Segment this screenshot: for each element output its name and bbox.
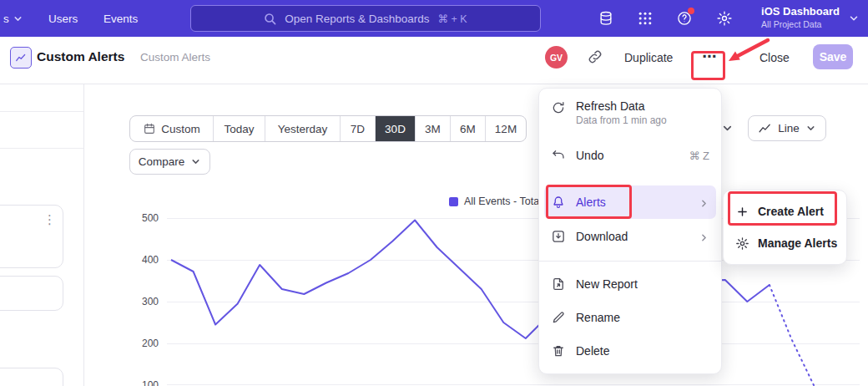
range-custom[interactable]: Custom: [130, 116, 214, 141]
kebab-menu-icon[interactable]: ⋮: [43, 212, 56, 227]
legend-label: All Events - Total: [464, 196, 542, 207]
y-axis-tick: 500: [132, 211, 159, 225]
chevron-down-icon: [805, 123, 816, 134]
submenu-item-label: Create Alert: [758, 205, 824, 218]
pencil-icon: [551, 310, 566, 325]
menu-item-label: Alerts: [576, 196, 606, 209]
chevron-right-icon: [699, 197, 709, 208]
more-options-button[interactable]: ⋯: [699, 45, 720, 67]
range-6m[interactable]: 6M: [451, 116, 486, 141]
range-12m[interactable]: 12M: [486, 116, 526, 141]
menu-item-rename[interactable]: Rename: [539, 301, 721, 334]
compare-label: Compare: [139, 155, 185, 168]
apps-grid-icon[interactable]: [637, 10, 654, 27]
gear-icon: [735, 236, 749, 251]
menu-item-label: Rename: [576, 311, 620, 324]
menu-item-alerts[interactable]: Alerts: [544, 185, 716, 219]
y-axis-tick: 300: [132, 295, 159, 308]
search-bar[interactable]: Open Reports & Dashboards ⌘ + K: [190, 5, 541, 32]
search-placeholder: Open Reports & Dashboards: [285, 13, 429, 25]
trash-icon: [551, 343, 566, 358]
nav-item-partial[interactable]: s: [3, 0, 23, 37]
new-report-icon: [551, 277, 566, 292]
legend-swatch: [449, 197, 458, 206]
nav-item-events[interactable]: Events: [103, 0, 138, 37]
sidebar-card[interactable]: [0, 276, 63, 311]
sidebar-divider: [0, 148, 83, 149]
avatar[interactable]: GV: [545, 46, 568, 69]
top-navbar: s Users Events Open Reports & Dashboards…: [0, 0, 868, 37]
range-7d[interactable]: 7D: [341, 116, 376, 141]
chevron-right-icon: [699, 231, 709, 242]
menu-item-shortcut: ⌘ Z: [689, 150, 709, 162]
sidebar: ⋮: [0, 84, 84, 386]
sidebar-divider: [0, 111, 83, 112]
range-3m[interactable]: 3M: [416, 116, 451, 141]
menu-divider: [539, 261, 721, 262]
submenu-item-create-alert[interactable]: Create Alert: [724, 196, 846, 227]
search-shortcut: ⌘ + K: [438, 13, 467, 25]
context-menu: Refresh Data Data from 1 min ago Undo ⌘ …: [538, 88, 722, 374]
project-switcher[interactable]: iOS Dashboard All Project Data: [761, 4, 840, 30]
notification-dot: [688, 8, 694, 14]
menu-item-delete[interactable]: Delete: [539, 334, 721, 368]
duplicate-button[interactable]: Duplicate: [624, 48, 673, 68]
submenu-item-manage-alerts[interactable]: Manage Alerts: [724, 227, 846, 259]
range-yesterday[interactable]: Yesterday: [265, 116, 341, 141]
menu-item-label: Undo: [576, 149, 603, 162]
report-header: Custom Alerts Custom Alerts GV Duplicate…: [0, 37, 868, 84]
save-button[interactable]: Save: [813, 44, 853, 69]
chart-type-button[interactable]: Line: [748, 115, 826, 141]
range-30d-selected[interactable]: 30D: [376, 116, 416, 141]
project-subtitle: All Project Data: [761, 18, 821, 30]
chart-legend: All Events - Total: [449, 196, 542, 207]
menu-item-label: New Report: [576, 277, 638, 291]
range-today[interactable]: Today: [214, 116, 265, 141]
project-name: iOS Dashboard: [761, 4, 840, 18]
chevron-down-icon: [190, 156, 201, 167]
menu-item-label: Delete: [576, 344, 609, 358]
app-screen: 500 400 300 200 100 All Events - Total ⋮…: [0, 0, 868, 386]
y-axis-tick: 100: [132, 378, 159, 386]
calendar-icon: [143, 122, 156, 135]
chevron-down-icon: [13, 13, 23, 24]
undo-icon: [551, 148, 566, 163]
menu-item-download[interactable]: Download: [539, 220, 721, 253]
plus-icon: [735, 205, 749, 219]
menu-item-label: Download: [576, 230, 628, 243]
sidebar-card[interactable]: [0, 368, 63, 386]
sidebar-card[interactable]: ⋮: [0, 205, 63, 268]
menu-item-label: Refresh Data: [576, 99, 667, 113]
menu-item-undo[interactable]: Undo ⌘ Z: [539, 139, 721, 172]
menu-item-sublabel: Data from 1 min ago: [576, 114, 667, 126]
date-range-control: Custom Today Yesterday 7D 30D 3M 6M 12M: [129, 115, 527, 142]
chart-type-label: Line: [778, 122, 800, 135]
line-chart-icon: [758, 121, 772, 135]
close-button[interactable]: Close: [760, 48, 790, 68]
chevron-down-icon[interactable]: [848, 13, 860, 24]
breadcrumb: Custom Alerts: [140, 48, 210, 68]
report-chart-icon: [10, 47, 32, 69]
download-icon: [551, 229, 566, 244]
alerts-submenu: Create Alert Manage Alerts: [723, 190, 847, 265]
y-axis-tick: 200: [132, 337, 159, 350]
menu-item-new-report[interactable]: New Report: [539, 267, 721, 301]
link-icon[interactable]: [587, 48, 603, 65]
bell-icon: [551, 195, 566, 210]
search-icon: [264, 13, 276, 25]
page-title: Custom Alerts: [37, 46, 124, 68]
submenu-item-label: Manage Alerts: [758, 236, 837, 250]
refresh-icon: [551, 100, 566, 115]
y-axis-tick: 400: [132, 253, 159, 267]
chevron-down-icon[interactable]: [721, 122, 734, 135]
range-label: Custom: [161, 123, 200, 135]
data-management-icon[interactable]: [598, 10, 614, 27]
nav-item-users[interactable]: Users: [48, 0, 78, 37]
menu-item-refresh-data[interactable]: Refresh Data Data from 1 min ago: [539, 92, 721, 135]
gear-icon[interactable]: [716, 10, 733, 27]
compare-button[interactable]: Compare: [129, 149, 210, 175]
